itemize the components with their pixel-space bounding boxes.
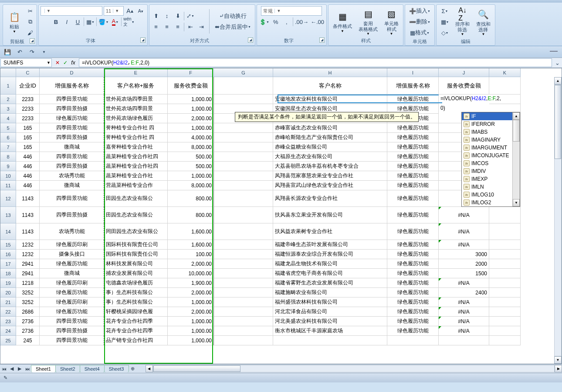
insert-cells-button[interactable]: ➕ 插入 ▼ — [407, 6, 433, 16]
cell-E18[interactable]: 捕农业发展有限公司 — [104, 269, 168, 278]
row-header-7[interactable]: 7 — [0, 142, 16, 152]
qat-customize-button[interactable]: ▼ — [39, 47, 49, 57]
cell-D17[interactable]: 绿色履历功能 — [40, 259, 104, 269]
cell-J18[interactable]: 1500 — [439, 269, 489, 278]
select-all-button[interactable] — [0, 68, 16, 77]
dialog-launcher[interactable]: ◢ — [140, 37, 146, 43]
comma-button[interactable]: , — [282, 17, 291, 27]
cell-C5[interactable]: 165 — [16, 123, 40, 133]
cell-E10[interactable]: 蔬菜种植专业合作社 — [104, 171, 168, 181]
cell-C9[interactable]: 446 — [16, 162, 40, 171]
cell-G12[interactable] — [214, 190, 273, 207]
cell-J22[interactable]: #N/A — [439, 307, 489, 317]
row-header-9[interactable]: 9 — [0, 162, 16, 171]
cell-F20[interactable]: 2,000.00 — [168, 288, 214, 297]
row-header-25[interactable]: 25 — [0, 336, 16, 345]
cell-I12[interactable]: 绿色履历功能 — [387, 190, 439, 207]
cell-E6[interactable]: 誉种植专业合作社 四 — [104, 133, 168, 142]
row-header-4[interactable]: 4 — [0, 114, 16, 123]
cell-C23[interactable]: 2736 — [16, 317, 40, 326]
cell-D19[interactable]: 绿色履历印刷 — [40, 278, 104, 288]
align-right-button[interactable]: ≡ — [173, 22, 183, 32]
fill-button[interactable]: ▦ ▼ — [438, 17, 451, 27]
tab-nav-prev[interactable]: ◀ — [8, 365, 16, 373]
cell-C16[interactable]: 1232 — [16, 250, 40, 259]
header-cell[interactable] — [489, 77, 521, 95]
cell-F8[interactable]: 500.00 — [168, 152, 214, 162]
cell-G6[interactable] — [214, 133, 273, 142]
row-header-13[interactable]: 13 — [0, 207, 16, 223]
cell-D23[interactable]: 四季田景功能 — [40, 317, 104, 326]
cell-I10[interactable]: 绿色履历功能 — [387, 171, 439, 181]
autocomplete-item[interactable]: fxIMCOS — [462, 159, 512, 167]
cell-C4[interactable]: 2233 — [16, 114, 40, 123]
cell-J16[interactable]: 3000 — [439, 250, 489, 259]
align-middle-button[interactable]: ↕ — [162, 11, 172, 21]
cell-K17[interactable] — [489, 259, 521, 269]
confirm-edit-button[interactable]: ✓ — [62, 59, 69, 66]
autocomplete-item[interactable]: fxIMABS — [462, 128, 512, 136]
cell-G16[interactable] — [214, 250, 273, 259]
cell-D3[interactable]: 四季田景拍摄 — [40, 104, 104, 114]
cell-F11[interactable]: 8,000.00 — [168, 181, 214, 190]
cell-F2[interactable]: 1,000.00 — [168, 95, 214, 104]
cell-E7[interactable]: 嘉誉种植专业合作社 — [104, 142, 168, 152]
cell-F9[interactable]: 500.00 — [168, 162, 214, 171]
function-autocomplete[interactable]: fxIFfxIFERRORfxIMABSfxIMAGINARYfxIMARGUM… — [461, 112, 520, 207]
cell-D11[interactable]: 微商城 — [40, 181, 104, 190]
cell-E16[interactable]: 国际科技有限责任公司 — [104, 250, 168, 259]
cell-H5[interactable]: 赤峰富诚生态农业有限公司 — [273, 123, 387, 133]
autocomplete-scrollbar[interactable]: ▲▼ — [512, 112, 520, 206]
italic-button[interactable]: I — [62, 17, 71, 27]
phonetic-button[interactable]: wén文▼ — [123, 17, 135, 27]
cell-E4[interactable]: 世外苑农场绿色履历 — [104, 114, 168, 123]
cell-H16[interactable]: 福建恒源泰农业综合开发有限公司 — [273, 250, 387, 259]
tab-nav-first[interactable]: ⏮ — [0, 365, 8, 373]
cell-D13[interactable]: 四季田景拍摄 — [40, 207, 104, 223]
tab-nav-next[interactable]: ▶ — [16, 365, 24, 373]
cell-K14[interactable] — [489, 223, 521, 240]
cell-F22[interactable]: 2,000.00 — [168, 307, 214, 317]
font-size-combo[interactable]: 11▼ — [104, 6, 124, 16]
cell-J23[interactable]: #N/A — [439, 317, 489, 326]
cell-K16[interactable] — [489, 250, 521, 259]
row-header-12[interactable]: 12 — [0, 190, 16, 207]
cell-E21[interactable]: 事）生态科技有限公 — [104, 297, 168, 307]
autocomplete-item[interactable]: fxIMLN — [462, 183, 512, 191]
cell-H12[interactable]: 凤翔县长源农业专业合作社 — [273, 190, 387, 207]
cell-I2[interactable]: 绿色履历功能 — [387, 95, 439, 104]
cell-K15[interactable] — [489, 240, 521, 250]
cell-H23[interactable]: 河北美盛农业科技有限公司 — [273, 317, 387, 326]
cell-F14[interactable]: 1,600.00 — [168, 223, 214, 240]
cell-D18[interactable]: 微商城 — [40, 269, 104, 278]
cell-D7[interactable]: 微商城 — [40, 142, 104, 152]
dialog-launcher[interactable]: ◢ — [248, 37, 253, 43]
underline-button[interactable]: U — [73, 17, 82, 27]
row-header-3[interactable]: 3 — [0, 104, 16, 114]
cell-G22[interactable] — [214, 307, 273, 317]
column-header-E[interactable]: E — [104, 68, 168, 77]
cell-H6[interactable]: 赤峰哈斯陆生态产业有限责任公司 — [273, 133, 387, 142]
cell-E3[interactable]: 世外苑农场四季田景 — [104, 104, 168, 114]
header-cell[interactable]: 服务收费金额 — [168, 77, 214, 95]
cell-H20[interactable]: 福建施畴农业有限公司 — [273, 288, 387, 297]
cell-C20[interactable]: 3252 — [16, 288, 40, 297]
cell-G9[interactable] — [214, 162, 273, 171]
cell-E25[interactable]: 品产销专业合作社四 — [104, 336, 168, 345]
cell-D20[interactable]: 绿色履历功能 — [40, 288, 104, 297]
cell-J25[interactable] — [439, 336, 489, 345]
row-header-5[interactable]: 5 — [0, 123, 16, 133]
cell-D15[interactable]: 绿色履历印刷 — [40, 240, 104, 250]
cell-J19[interactable]: #N/A — [439, 278, 489, 288]
cell-F18[interactable]: 10,000.00 — [168, 269, 214, 278]
dec-decimal-button[interactable]: ←.00 — [310, 17, 325, 27]
cell-D25[interactable]: 四季田景功能 — [40, 336, 104, 345]
cell-F25[interactable]: 1,000.00 — [168, 336, 214, 345]
undo-button[interactable]: ↶ — [15, 47, 24, 57]
cell-J13[interactable]: #N/A — [439, 207, 489, 223]
cell-I25[interactable] — [387, 336, 439, 345]
fill-color-button[interactable]: 🪣▼ — [98, 17, 109, 27]
cell-G21[interactable] — [214, 297, 273, 307]
fx-button[interactable]: fx — [70, 59, 77, 66]
cell-H17[interactable]: 福建龙晶生物技术有限公司 — [273, 259, 387, 269]
